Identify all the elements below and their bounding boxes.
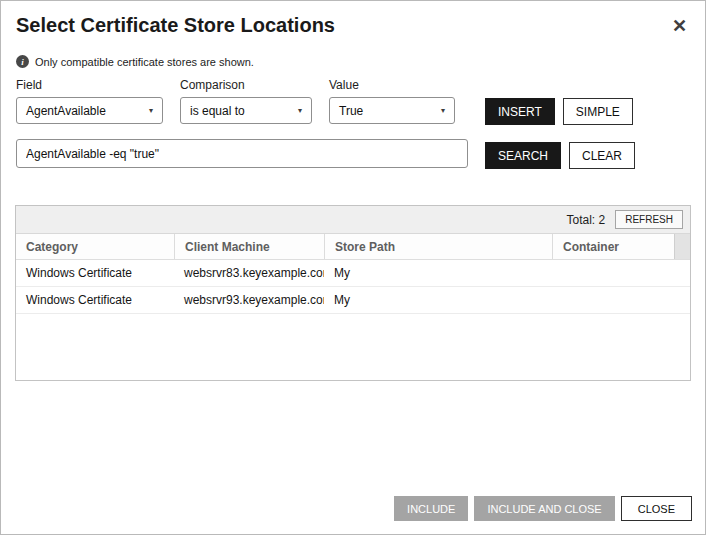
table-row[interactable]: Windows Certificate websrvr83.keyexample… bbox=[16, 260, 690, 287]
dialog-header: Select Certificate Store Locations ✕ bbox=[1, 1, 705, 43]
dialog-footer: INCLUDE INCLUDE AND CLOSE CLOSE bbox=[1, 496, 705, 534]
table-row[interactable]: Windows Certificate websrvr93.keyexample… bbox=[16, 287, 690, 314]
include-and-close-button[interactable]: INCLUDE AND CLOSE bbox=[474, 496, 614, 521]
page-title: Select Certificate Store Locations bbox=[16, 14, 335, 37]
search-button[interactable]: SEARCH bbox=[485, 142, 561, 169]
info-icon: i bbox=[16, 55, 29, 68]
cell-store-path: My bbox=[324, 293, 552, 307]
cell-client-machine: websrvr83.keyexample.com bbox=[174, 266, 324, 280]
cell-category: Windows Certificate bbox=[16, 266, 174, 280]
insert-simple-row: INSERT SIMPLE bbox=[485, 98, 635, 125]
table-topbar: Total: 2 REFRESH bbox=[16, 206, 690, 234]
close-button[interactable]: CLOSE bbox=[621, 496, 692, 521]
table-header-row: Category Client Machine Store Path Conta… bbox=[16, 234, 690, 260]
results-table: Total: 2 REFRESH Category Client Machine… bbox=[15, 205, 691, 381]
notice-bar: i Only compatible certificate stores are… bbox=[1, 43, 705, 76]
cell-store-path: My bbox=[324, 266, 552, 280]
field-label: Field bbox=[16, 78, 163, 92]
query-row bbox=[16, 139, 468, 168]
value-group: Value True ▾ bbox=[329, 78, 455, 124]
total-count: Total: 2 bbox=[567, 213, 606, 227]
filter-left: Field AgentAvailable ▾ Comparison is equ… bbox=[16, 78, 468, 169]
chevron-down-icon: ▾ bbox=[441, 106, 445, 115]
comparison-select[interactable]: is equal to ▾ bbox=[180, 97, 312, 124]
column-header-client-machine[interactable]: Client Machine bbox=[174, 234, 324, 259]
simple-button[interactable]: SIMPLE bbox=[563, 98, 633, 125]
cell-client-machine: websrvr93.keyexample.com bbox=[174, 293, 324, 307]
value-label: Value bbox=[329, 78, 455, 92]
column-header-container[interactable]: Container bbox=[552, 234, 674, 259]
field-select-value: AgentAvailable bbox=[26, 104, 106, 118]
table-body: Windows Certificate websrvr83.keyexample… bbox=[16, 260, 690, 380]
filter-section: Field AgentAvailable ▾ Comparison is equ… bbox=[1, 76, 705, 169]
notice-text: Only compatible certificate stores are s… bbox=[35, 56, 254, 68]
clear-button[interactable]: CLEAR bbox=[569, 142, 635, 169]
search-clear-row: SEARCH CLEAR bbox=[485, 142, 635, 169]
value-select[interactable]: True ▾ bbox=[329, 97, 455, 124]
table-scrollbar[interactable] bbox=[674, 234, 690, 259]
field-group: Field AgentAvailable ▾ bbox=[16, 78, 163, 124]
field-select[interactable]: AgentAvailable ▾ bbox=[16, 97, 163, 124]
chevron-down-icon: ▾ bbox=[149, 106, 153, 115]
comparison-select-value: is equal to bbox=[190, 104, 245, 118]
filter-buttons: INSERT SIMPLE SEARCH CLEAR bbox=[485, 78, 635, 169]
value-select-value: True bbox=[339, 104, 363, 118]
comparison-label: Comparison bbox=[180, 78, 312, 92]
column-header-store-path[interactable]: Store Path bbox=[324, 234, 552, 259]
refresh-button[interactable]: REFRESH bbox=[615, 210, 683, 229]
selects-row: Field AgentAvailable ▾ Comparison is equ… bbox=[16, 78, 468, 124]
select-certificate-store-dialog: Select Certificate Store Locations ✕ i O… bbox=[0, 0, 706, 535]
insert-button[interactable]: INSERT bbox=[485, 98, 555, 125]
query-input[interactable] bbox=[16, 139, 468, 168]
chevron-down-icon: ▾ bbox=[298, 106, 302, 115]
include-button[interactable]: INCLUDE bbox=[394, 496, 468, 521]
column-header-category[interactable]: Category bbox=[16, 234, 174, 259]
results-section: Total: 2 REFRESH Category Client Machine… bbox=[15, 205, 691, 381]
close-icon[interactable]: ✕ bbox=[670, 15, 689, 37]
comparison-group: Comparison is equal to ▾ bbox=[180, 78, 312, 124]
cell-category: Windows Certificate bbox=[16, 293, 174, 307]
